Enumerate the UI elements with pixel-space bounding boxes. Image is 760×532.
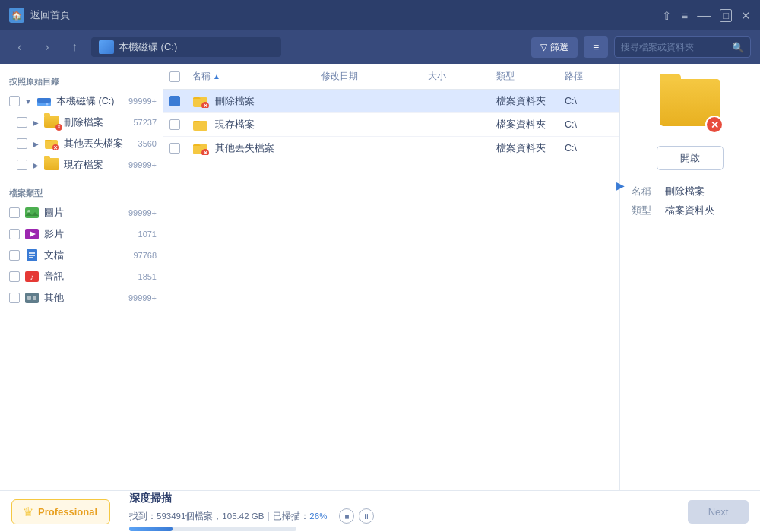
maximize-icon[interactable]: □ [720, 9, 732, 22]
detail-name-row: 名稱 刪除檔案 [632, 185, 749, 198]
open-button[interactable]: 開啟 [657, 146, 724, 170]
share-icon[interactable]: ⇧ [662, 10, 672, 21]
row-name-text: 其他丟失檔案 [215, 142, 274, 155]
sidebar-section-type: 檔案類型 [0, 183, 163, 202]
stop-button[interactable]: ■ [339, 508, 354, 524]
sidebar-count-audio: 1851 [138, 272, 157, 281]
expand-icon[interactable]: ▶ [32, 161, 40, 169]
sidebar-item-deleted[interactable]: ▶ 刪除檔案 57237 [0, 112, 163, 133]
td-type-3: 檔案資料夾 [490, 142, 559, 155]
row-check-2[interactable] [169, 119, 180, 130]
crown-icon: ♛ [23, 505, 33, 519]
preview-x-mark: ✕ [705, 116, 724, 134]
td-name-2: 現存檔案 [186, 118, 315, 131]
svg-rect-17 [25, 293, 39, 303]
menu-button[interactable]: ≡ [584, 36, 608, 58]
sidebar-item-docs[interactable]: 文檔 97768 [0, 245, 163, 266]
folder-deleted-icon: ✕ [192, 94, 209, 108]
header-check[interactable] [169, 71, 180, 82]
sidebar-check[interactable] [17, 160, 27, 170]
titlebar: 🏠 返回首頁 ⇧ ≡ — □ ✕ [0, 0, 760, 30]
progress-track [129, 527, 296, 531]
scan-percent: 26% [309, 511, 327, 521]
table-row[interactable]: ✕ 其他丟失檔案 檔案資料夾 C:\ [163, 137, 619, 160]
th-check [163, 71, 186, 82]
td-check [163, 143, 186, 154]
svg-rect-19 [33, 296, 36, 300]
sidebar-label-existing: 現存檔案 [64, 159, 124, 172]
sidebar-check[interactable] [9, 96, 20, 106]
table-row[interactable]: 現存檔案 檔案資料夾 C:\ [163, 113, 619, 137]
nav-back-button[interactable]: ‹ [9, 36, 30, 58]
td-check [163, 119, 186, 130]
nav-up-button[interactable]: ↑ [64, 36, 85, 58]
sidebar-item-images[interactable]: 圖片 99999+ [0, 202, 163, 223]
sidebar-section-directory: 按照原始目錄 [0, 71, 163, 90]
sidebar-label-videos: 影片 [44, 228, 134, 241]
sidebar-label-disk: 本機磁碟 (C:) [56, 95, 124, 108]
td-path-1: C:\ [559, 96, 619, 106]
nav-forward-button[interactable]: › [36, 36, 58, 58]
table-row[interactable]: ✕ 刪除檔案 檔案資料夾 C:\ [163, 90, 619, 113]
row-check-1[interactable] [169, 96, 180, 106]
scan-title: 深度掃描 [129, 492, 669, 505]
row-name-text: 刪除檔案 [215, 95, 255, 108]
sidebar-count-deleted: 57237 [133, 118, 157, 127]
td-type-2: 檔案資料夾 [490, 119, 559, 131]
sidebar-item-existing[interactable]: ▶ 現存檔案 99999+ [0, 154, 163, 176]
main-layout: 按照原始目錄 ▼ 本機磁碟 (C:) 99999+ ▶ 刪除檔案 57237 ▶ [0, 64, 760, 490]
td-path-3: C:\ [559, 143, 619, 154]
sidebar-count-others: 99999+ [128, 293, 157, 302]
sidebar-count-videos: 1071 [138, 230, 157, 239]
scan-controls: ■ ⏸ [339, 508, 374, 524]
sidebar-item-others[interactable]: 其他 99999+ [0, 287, 163, 309]
expand-icon[interactable]: ▼ [24, 97, 32, 105]
breadcrumb: 本機磁碟 (C:) [91, 37, 281, 57]
right-panel: ✕ 開啟 ▶ 名稱 刪除檔案 類型 檔案資料夾 [619, 64, 760, 490]
search-icon: 🔍 [732, 42, 744, 53]
close-icon[interactable]: ✕ [741, 10, 751, 21]
search-box[interactable]: 🔍 [614, 36, 751, 58]
row-check-3[interactable] [169, 143, 180, 154]
minimize-icon[interactable]: — [697, 12, 711, 19]
preview-icon: ✕ [660, 79, 720, 131]
sidebar-check[interactable] [9, 250, 20, 261]
home-icon[interactable]: 🏠 [9, 8, 24, 23]
filter-button[interactable]: ▽ 篩選 [531, 37, 578, 58]
sidebar-item-videos[interactable]: 影片 1071 [0, 223, 163, 245]
td-name-1: ✕ 刪除檔案 [186, 94, 315, 108]
image-icon [24, 206, 40, 220]
sidebar-label-images: 圖片 [44, 207, 124, 220]
sidebar-item-local-disk[interactable]: ▼ 本機磁碟 (C:) 99999+ [0, 90, 163, 112]
sidebar-check[interactable] [9, 207, 20, 218]
doc-icon [24, 249, 40, 262]
th-date: 修改日期 [315, 70, 422, 83]
sidebar-check[interactable] [9, 229, 20, 239]
sidebar-check[interactable] [17, 138, 27, 149]
professional-text: Professional [38, 506, 97, 518]
sidebar-check[interactable] [17, 117, 27, 128]
sort-icon[interactable]: ▲ [213, 72, 220, 81]
scan-stats: 找到：593491個檔案，105.42 GB｜已掃描： [129, 511, 309, 521]
sidebar-label-deleted: 刪除檔案 [64, 116, 128, 129]
sidebar-item-lost[interactable]: ▶ ✕ 其他丟失檔案 3560 [0, 133, 163, 154]
svg-rect-1 [37, 98, 51, 103]
titlebar-left: 🏠 返回首頁 [9, 8, 70, 23]
lost-folder-icon: ✕ [44, 137, 59, 150]
sidebar-item-audio[interactable]: ♪ 音訊 1851 [0, 266, 163, 287]
detail-name-value: 刪除檔案 [665, 185, 705, 198]
folder-lost-icon: ✕ [192, 141, 209, 155]
sidebar-check[interactable] [9, 271, 20, 282]
expand-icon[interactable]: ▶ [32, 119, 40, 126]
sidebar-label-others: 其他 [44, 292, 124, 305]
next-button[interactable]: Next [688, 500, 749, 524]
expand-icon[interactable]: ▶ [32, 140, 40, 147]
search-input[interactable] [621, 42, 727, 52]
drive-icon [36, 94, 52, 108]
detail-name-label: 名稱 [632, 185, 659, 198]
professional-badge[interactable]: ♛ Professional [11, 499, 110, 524]
detail-arrow: ▶ [616, 179, 625, 192]
sidebar-check[interactable] [9, 293, 20, 303]
menu-icon[interactable]: ≡ [681, 10, 688, 21]
pause-button[interactable]: ⏸ [359, 508, 374, 524]
